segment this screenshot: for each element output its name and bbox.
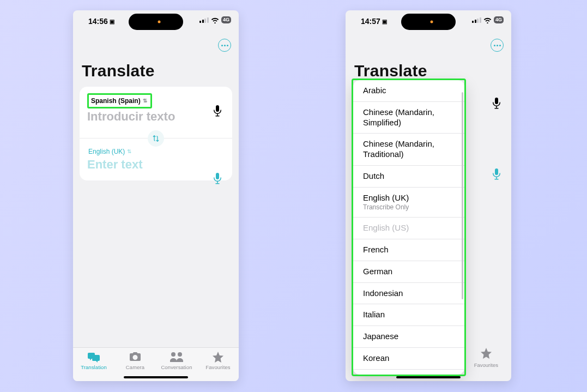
chevron-up-down-icon: ⇅ bbox=[143, 98, 147, 104]
language-option[interactable]: Arabic bbox=[353, 80, 464, 102]
page-title: Translate bbox=[82, 62, 239, 80]
phone-screenshot-left: 14:56▣ 4G Translate Spanish (Spain) ⇅ In… bbox=[73, 10, 239, 381]
language-name: Japanese bbox=[363, 331, 456, 342]
cellular-icon bbox=[472, 17, 481, 23]
network-badge: 4G bbox=[221, 16, 231, 23]
star-icon bbox=[199, 351, 237, 363]
language-name: Arabic bbox=[363, 86, 456, 96]
status-bar: 14:57▣ 4G bbox=[346, 10, 511, 29]
home-indicator[interactable] bbox=[124, 376, 188, 378]
language-name: English (UK) bbox=[363, 193, 456, 203]
language-name: Korean bbox=[363, 353, 456, 364]
translate-card: Spanish (Spain) ⇅ Introducir texto Engli… bbox=[80, 87, 232, 180]
language-option[interactable]: Korean bbox=[353, 348, 464, 370]
language-name: Italian bbox=[363, 310, 456, 320]
dynamic-island-indicator bbox=[158, 21, 161, 23]
status-time-text: 14:56 bbox=[88, 17, 108, 26]
language-name: Dutch bbox=[363, 171, 456, 182]
language-option[interactable]: Dutch bbox=[353, 166, 464, 188]
mic-button-target[interactable] bbox=[213, 173, 223, 185]
language-option: English (US) bbox=[353, 218, 464, 239]
language-option[interactable]: Chinese (Mandarin, Simplified) bbox=[353, 102, 464, 134]
chevron-up-down-icon: ⇅ bbox=[127, 149, 131, 154]
status-clock-icon: ▣ bbox=[110, 19, 114, 25]
highlight-source-language: Spanish (Spain) ⇅ bbox=[87, 93, 152, 108]
language-option[interactable]: French bbox=[353, 239, 464, 261]
cellular-icon bbox=[199, 17, 209, 23]
swap-languages-button[interactable] bbox=[148, 130, 164, 147]
language-picker: ArabicChinese (Mandarin, Simplified)Chin… bbox=[353, 80, 464, 375]
translation-icon bbox=[75, 351, 113, 363]
language-name: Chinese (Mandarin, Traditional) bbox=[363, 139, 456, 160]
target-language-label: English (UK) bbox=[88, 148, 125, 155]
network-badge: 4G bbox=[494, 16, 504, 23]
tab-label: Camera bbox=[116, 364, 154, 370]
tab-label: Translation bbox=[75, 364, 113, 370]
language-option[interactable]: German bbox=[353, 261, 464, 283]
language-name: German bbox=[363, 267, 456, 277]
phone-screenshot-right: 14:57▣ 4G Translate Favourites ArabicChi… bbox=[346, 10, 511, 381]
conversation-icon bbox=[158, 351, 196, 363]
page-title: Translate bbox=[354, 62, 511, 80]
tab-label: Favourites bbox=[474, 362, 498, 368]
home-indicator[interactable] bbox=[396, 376, 461, 378]
tab-translation[interactable]: Translation bbox=[75, 351, 113, 370]
status-bar: 14:56▣ 4G bbox=[73, 10, 239, 29]
tab-conversation[interactable]: Conversation bbox=[158, 351, 196, 370]
language-subtitle: Transcribe Only bbox=[363, 203, 456, 212]
tab-label: Favourites bbox=[199, 364, 237, 370]
language-option[interactable]: Japanese bbox=[353, 326, 464, 348]
language-option[interactable]: Polish bbox=[353, 370, 464, 375]
language-list[interactable]: ArabicChinese (Mandarin, Simplified)Chin… bbox=[353, 80, 464, 375]
tab-bar: Translation Camera Conversation Favourit… bbox=[73, 347, 239, 381]
tab-camera[interactable]: Camera bbox=[116, 351, 154, 370]
language-name: English (US) bbox=[363, 223, 456, 233]
dynamic-island-indicator bbox=[431, 21, 433, 23]
mic-button-source[interactable] bbox=[492, 98, 501, 112]
card-divider bbox=[80, 138, 232, 138]
language-option[interactable]: Indonesian bbox=[353, 283, 464, 305]
language-option[interactable]: Italian bbox=[353, 304, 464, 326]
language-option[interactable]: English (UK)Transcribe Only bbox=[353, 188, 464, 218]
tab-label: Conversation bbox=[158, 364, 196, 370]
mic-button-source[interactable] bbox=[213, 105, 223, 117]
status-time: 14:56▣ bbox=[88, 17, 114, 26]
tab-favourites[interactable]: Favourites bbox=[199, 351, 237, 370]
dynamic-island bbox=[401, 14, 456, 30]
scrollbar[interactable] bbox=[462, 92, 463, 299]
tab-favourites[interactable]: Favourites bbox=[474, 348, 498, 368]
status-clock-icon: ▣ bbox=[382, 19, 387, 25]
language-name: French bbox=[363, 245, 456, 255]
status-time: 14:57▣ bbox=[361, 17, 387, 26]
wifi-icon bbox=[211, 17, 219, 23]
target-language-selector[interactable]: English (UK) ⇅ bbox=[87, 147, 132, 156]
language-name: Indonesian bbox=[363, 288, 456, 299]
target-input[interactable]: Enter text bbox=[87, 158, 225, 172]
source-input[interactable]: Introducir texto bbox=[87, 110, 225, 124]
language-name: Chinese (Mandarin, Simplified) bbox=[363, 107, 456, 128]
more-options-button[interactable] bbox=[218, 39, 231, 52]
language-option[interactable]: Chinese (Mandarin, Traditional) bbox=[353, 134, 464, 166]
status-right: 4G bbox=[472, 16, 504, 23]
camera-icon bbox=[116, 351, 154, 363]
status-time-text: 14:57 bbox=[361, 17, 380, 26]
source-language-label: Spanish (Spain) bbox=[91, 97, 141, 105]
source-language-selector[interactable]: Spanish (Spain) ⇅ bbox=[90, 96, 148, 106]
status-right: 4G bbox=[199, 16, 231, 23]
dynamic-island bbox=[129, 14, 183, 30]
wifi-icon bbox=[483, 17, 492, 23]
mic-button-target[interactable] bbox=[492, 168, 501, 183]
more-options-button[interactable] bbox=[491, 39, 504, 52]
